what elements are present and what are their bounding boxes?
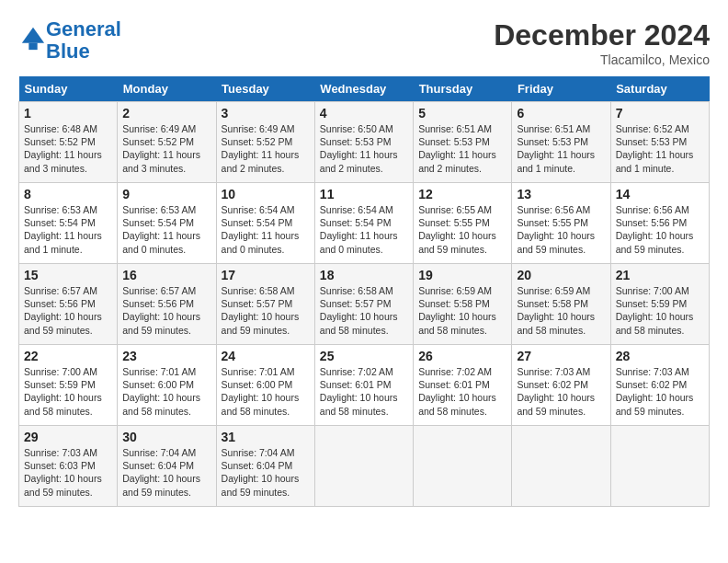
day-number: 12 — [418, 187, 506, 201]
day-number: 4 — [320, 106, 408, 121]
day-info: Sunrise: 6:54 AM Sunset: 5:54 PM Dayligh… — [222, 203, 310, 256]
calendar-cell — [610, 426, 709, 507]
day-info: Sunrise: 7:04 AM Sunset: 6:04 PM Dayligh… — [122, 446, 210, 499]
svg-rect-1 — [28, 43, 37, 50]
day-info: Sunrise: 6:59 AM Sunset: 5:58 PM Dayligh… — [418, 284, 506, 337]
day-info: Sunrise: 6:54 AM Sunset: 5:54 PM Dayligh… — [320, 203, 408, 256]
day-info: Sunrise: 7:03 AM Sunset: 6:02 PM Dayligh… — [517, 365, 605, 418]
calendar-cell: 31Sunrise: 7:04 AM Sunset: 6:04 PM Dayli… — [216, 426, 314, 507]
day-info: Sunrise: 6:50 AM Sunset: 5:53 PM Dayligh… — [320, 122, 408, 175]
day-number: 31 — [222, 430, 310, 444]
day-header-saturday: Saturday — [610, 76, 709, 102]
calendar-cell — [512, 426, 610, 507]
day-info: Sunrise: 6:49 AM Sunset: 5:52 PM Dayligh… — [222, 122, 310, 175]
day-info: Sunrise: 6:55 AM Sunset: 5:55 PM Dayligh… — [418, 203, 506, 256]
logo: GeneralBlue — [18, 18, 121, 63]
calendar-cell: 13Sunrise: 6:56 AM Sunset: 5:55 PM Dayli… — [512, 183, 610, 264]
calendar-cell: 20Sunrise: 6:59 AM Sunset: 5:58 PM Dayli… — [512, 264, 610, 345]
day-number: 22 — [24, 349, 112, 363]
calendar-cell: 22Sunrise: 7:00 AM Sunset: 5:59 PM Dayli… — [19, 345, 118, 426]
week-row-2: 8Sunrise: 6:53 AM Sunset: 5:54 PM Daylig… — [19, 183, 710, 264]
week-row-5: 29Sunrise: 7:03 AM Sunset: 6:03 PM Dayli… — [19, 426, 710, 507]
calendar-cell: 11Sunrise: 6:54 AM Sunset: 5:54 PM Dayli… — [314, 183, 413, 264]
day-header-monday: Monday — [118, 76, 216, 102]
day-info: Sunrise: 6:48 AM Sunset: 5:52 PM Dayligh… — [24, 122, 112, 175]
day-info: Sunrise: 7:02 AM Sunset: 6:01 PM Dayligh… — [320, 365, 408, 418]
day-number: 8 — [24, 187, 112, 201]
calendar-cell: 6Sunrise: 6:51 AM Sunset: 5:53 PM Daylig… — [512, 102, 610, 183]
calendar-cell: 2Sunrise: 6:49 AM Sunset: 5:52 PM Daylig… — [118, 102, 216, 183]
logo-text: GeneralBlue — [46, 18, 121, 63]
calendar-cell: 19Sunrise: 6:59 AM Sunset: 5:58 PM Dayli… — [414, 264, 512, 345]
day-info: Sunrise: 6:56 AM Sunset: 5:55 PM Dayligh… — [517, 203, 605, 256]
days-header-row: SundayMondayTuesdayWednesdayThursdayFrid… — [19, 76, 710, 102]
day-info: Sunrise: 7:03 AM Sunset: 6:03 PM Dayligh… — [24, 446, 112, 499]
calendar-cell: 24Sunrise: 7:01 AM Sunset: 6:00 PM Dayli… — [216, 345, 314, 426]
calendar-cell: 14Sunrise: 6:56 AM Sunset: 5:56 PM Dayli… — [610, 183, 709, 264]
day-header-sunday: Sunday — [19, 76, 118, 102]
day-number: 10 — [222, 187, 310, 201]
calendar-cell: 7Sunrise: 6:52 AM Sunset: 5:53 PM Daylig… — [610, 102, 709, 183]
calendar-cell: 5Sunrise: 6:51 AM Sunset: 5:53 PM Daylig… — [414, 102, 512, 183]
calendar-cell: 26Sunrise: 7:02 AM Sunset: 6:01 PM Dayli… — [414, 345, 512, 426]
day-info: Sunrise: 7:04 AM Sunset: 6:04 PM Dayligh… — [222, 446, 310, 499]
day-info: Sunrise: 6:53 AM Sunset: 5:54 PM Dayligh… — [24, 203, 112, 256]
calendar-cell: 12Sunrise: 6:55 AM Sunset: 5:55 PM Dayli… — [414, 183, 512, 264]
calendar-cell: 18Sunrise: 6:58 AM Sunset: 5:57 PM Dayli… — [314, 264, 413, 345]
day-header-tuesday: Tuesday — [216, 76, 314, 102]
day-info: Sunrise: 7:01 AM Sunset: 6:00 PM Dayligh… — [122, 365, 210, 418]
day-number: 29 — [24, 430, 112, 444]
day-number: 25 — [320, 349, 408, 363]
day-info: Sunrise: 6:49 AM Sunset: 5:52 PM Dayligh… — [122, 122, 210, 175]
day-info: Sunrise: 7:00 AM Sunset: 5:59 PM Dayligh… — [24, 365, 112, 418]
day-info: Sunrise: 6:51 AM Sunset: 5:53 PM Dayligh… — [418, 122, 506, 175]
day-number: 3 — [222, 106, 310, 121]
calendar-cell: 15Sunrise: 6:57 AM Sunset: 5:56 PM Dayli… — [19, 264, 118, 345]
day-info: Sunrise: 7:01 AM Sunset: 6:00 PM Dayligh… — [222, 365, 310, 418]
calendar-table: SundayMondayTuesdayWednesdayThursdayFrid… — [18, 76, 710, 507]
page-header: GeneralBlue December 2024 Tlacamilco, Me… — [18, 18, 710, 67]
day-number: 19 — [418, 268, 506, 282]
logo-icon — [20, 26, 46, 52]
calendar-cell: 1Sunrise: 6:48 AM Sunset: 5:52 PM Daylig… — [19, 102, 118, 183]
day-number: 28 — [616, 349, 704, 363]
calendar-cell: 25Sunrise: 7:02 AM Sunset: 6:01 PM Dayli… — [314, 345, 413, 426]
day-number: 13 — [517, 187, 605, 201]
day-number: 21 — [616, 268, 704, 282]
day-number: 5 — [418, 106, 506, 121]
calendar-cell: 9Sunrise: 6:53 AM Sunset: 5:54 PM Daylig… — [118, 183, 216, 264]
day-info: Sunrise: 7:03 AM Sunset: 6:02 PM Dayligh… — [616, 365, 704, 418]
day-info: Sunrise: 7:00 AM Sunset: 5:59 PM Dayligh… — [616, 284, 704, 337]
calendar-cell: 23Sunrise: 7:01 AM Sunset: 6:00 PM Dayli… — [118, 345, 216, 426]
day-info: Sunrise: 6:58 AM Sunset: 5:57 PM Dayligh… — [320, 284, 408, 337]
day-number: 30 — [122, 430, 210, 444]
calendar-cell: 4Sunrise: 6:50 AM Sunset: 5:53 PM Daylig… — [314, 102, 413, 183]
calendar-cell: 8Sunrise: 6:53 AM Sunset: 5:54 PM Daylig… — [19, 183, 118, 264]
calendar-cell: 3Sunrise: 6:49 AM Sunset: 5:52 PM Daylig… — [216, 102, 314, 183]
day-info: Sunrise: 6:52 AM Sunset: 5:53 PM Dayligh… — [616, 122, 704, 175]
day-number: 16 — [122, 268, 210, 282]
week-row-4: 22Sunrise: 7:00 AM Sunset: 5:59 PM Dayli… — [19, 345, 710, 426]
day-number: 1 — [24, 106, 112, 121]
day-info: Sunrise: 6:59 AM Sunset: 5:58 PM Dayligh… — [517, 284, 605, 337]
location: Tlacamilco, Mexico — [494, 52, 710, 67]
day-info: Sunrise: 6:57 AM Sunset: 5:56 PM Dayligh… — [24, 284, 112, 337]
day-number: 9 — [122, 187, 210, 201]
day-header-thursday: Thursday — [414, 76, 512, 102]
day-info: Sunrise: 6:56 AM Sunset: 5:56 PM Dayligh… — [616, 203, 704, 256]
calendar-cell: 28Sunrise: 7:03 AM Sunset: 6:02 PM Dayli… — [610, 345, 709, 426]
day-info: Sunrise: 7:02 AM Sunset: 6:01 PM Dayligh… — [418, 365, 506, 418]
day-info: Sunrise: 6:57 AM Sunset: 5:56 PM Dayligh… — [122, 284, 210, 337]
day-number: 18 — [320, 268, 408, 282]
calendar-cell — [314, 426, 413, 507]
calendar-cell: 29Sunrise: 7:03 AM Sunset: 6:03 PM Dayli… — [19, 426, 118, 507]
day-number: 6 — [517, 106, 605, 121]
svg-marker-0 — [22, 28, 44, 43]
week-row-1: 1Sunrise: 6:48 AM Sunset: 5:52 PM Daylig… — [19, 102, 710, 183]
day-number: 20 — [517, 268, 605, 282]
day-number: 27 — [517, 349, 605, 363]
calendar-cell — [414, 426, 512, 507]
calendar-cell: 16Sunrise: 6:57 AM Sunset: 5:56 PM Dayli… — [118, 264, 216, 345]
day-header-friday: Friday — [512, 76, 610, 102]
day-number: 11 — [320, 187, 408, 201]
